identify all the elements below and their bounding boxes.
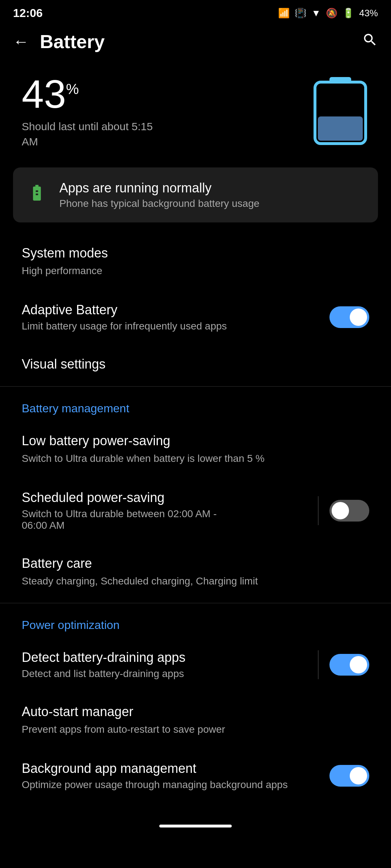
status-bar: 12:06 📶 📳 ▼ 🔕 🔋 43% — [0, 0, 391, 24]
bottom-bar — [0, 817, 391, 838]
background-app-management-row[interactable]: Background app management Optimize power… — [0, 749, 391, 803]
list-item-battery-care[interactable]: Battery care Steady charging, Scheduled … — [0, 544, 391, 600]
adaptive-battery-sub: Limit battery usage for infrequently use… — [22, 320, 329, 332]
scheduled-power-saving-row[interactable]: Scheduled power-saving Switch to Ultra d… — [0, 478, 391, 544]
back-button[interactable]: ← — [13, 33, 29, 51]
toggle-divider-2 — [318, 650, 319, 679]
background-app-management-content: Background app management Optimize power… — [22, 761, 329, 791]
scheduled-power-saving-sub: Switch to Ultra durable between 02:00 AM… — [22, 508, 318, 531]
header: ← Battery — [0, 24, 391, 63]
background-app-management-toggle[interactable] — [329, 765, 369, 787]
search-button[interactable] — [362, 32, 378, 51]
background-app-management-sub: Optimize power usage through managing ba… — [22, 779, 329, 791]
battery-hero: 43% Should last until about 5:15AM — [0, 63, 391, 164]
battery-info: 43% Should last until about 5:15AM — [22, 74, 153, 149]
toggle-thumb — [350, 309, 367, 326]
auto-start-sub: Prevent apps from auto-restart to save p… — [22, 722, 369, 736]
svg-rect-2 — [318, 116, 363, 141]
battery-estimate: Should last until about 5:15AM — [22, 119, 153, 149]
battery-care-title: Battery care — [22, 556, 369, 571]
notification-icon: 🔕 — [326, 8, 337, 19]
detect-draining-title: Detect battery-draining apps — [22, 650, 318, 665]
battery-management-section-header: Battery management — [0, 389, 391, 421]
battery-ok-icon — [28, 183, 46, 207]
battery-percentage: 43% — [22, 74, 153, 114]
svg-rect-1 — [329, 77, 351, 84]
visual-settings-title: Visual settings — [22, 357, 369, 372]
battery-care-sub: Steady charging, Scheduled charging, Cha… — [22, 574, 369, 588]
section-divider-2 — [0, 603, 391, 603]
background-app-management-title: Background app management — [22, 761, 329, 776]
vibrate-icon: 📳 — [295, 8, 306, 19]
status-card-sub: Phone has typical background battery usa… — [59, 198, 260, 209]
toggle-divider — [318, 496, 319, 525]
system-modes-title: System modes — [22, 246, 369, 261]
toggle-thumb — [350, 767, 367, 784]
scheduled-power-saving-title: Scheduled power-saving — [22, 490, 318, 505]
adaptive-battery-row[interactable]: Adaptive Battery Limit battery usage for… — [0, 290, 391, 344]
list-item-low-battery[interactable]: Low battery power-saving Switch to Ultra… — [0, 421, 391, 478]
page-title: Battery — [40, 31, 362, 52]
power-optimization-section-header: Power optimization — [0, 605, 391, 638]
scheduled-power-saving-content: Scheduled power-saving Switch to Ultra d… — [22, 490, 318, 531]
low-battery-sub: Switch to Ultra durable when battery is … — [22, 451, 369, 465]
list-item-system-modes[interactable]: System modes High performance — [0, 233, 391, 290]
battery-percent: 43% — [359, 8, 378, 19]
status-icons: 📶 📳 ▼ 🔕 🔋 43% — [278, 8, 378, 19]
detect-draining-content: Detect battery-draining apps Detect and … — [22, 650, 318, 680]
system-modes-sub: High performance — [22, 264, 369, 278]
adaptive-battery-toggle[interactable] — [329, 306, 369, 328]
low-battery-title: Low battery power-saving — [22, 433, 369, 448]
detect-draining-sub: Detect and list battery-draining apps — [22, 668, 318, 680]
status-card: Apps are running normally Phone has typi… — [13, 167, 378, 222]
status-card-main: Apps are running normally — [59, 180, 260, 196]
wifi-icon: ▼ — [311, 8, 321, 19]
battery-visual-icon — [311, 75, 369, 149]
list-item-auto-start[interactable]: Auto-start manager Prevent apps from aut… — [0, 692, 391, 749]
scheduled-power-saving-toggle[interactable] — [329, 500, 369, 522]
home-indicator — [159, 825, 232, 827]
detect-draining-toggle[interactable] — [329, 654, 369, 676]
auto-start-title: Auto-start manager — [22, 704, 369, 719]
status-time: 12:06 — [13, 7, 43, 20]
list-item-visual-settings[interactable]: Visual settings — [0, 344, 391, 384]
detect-draining-row[interactable]: Detect battery-draining apps Detect and … — [0, 638, 391, 692]
sim-icon: 📶 — [278, 8, 290, 19]
adaptive-battery-content: Adaptive Battery Limit battery usage for… — [22, 302, 329, 332]
status-card-text: Apps are running normally Phone has typi… — [59, 180, 260, 209]
battery-status-icon: 🔋 — [342, 8, 354, 19]
toggle-thumb — [350, 656, 367, 673]
adaptive-battery-title: Adaptive Battery — [22, 302, 329, 318]
section-divider-1 — [0, 386, 391, 387]
